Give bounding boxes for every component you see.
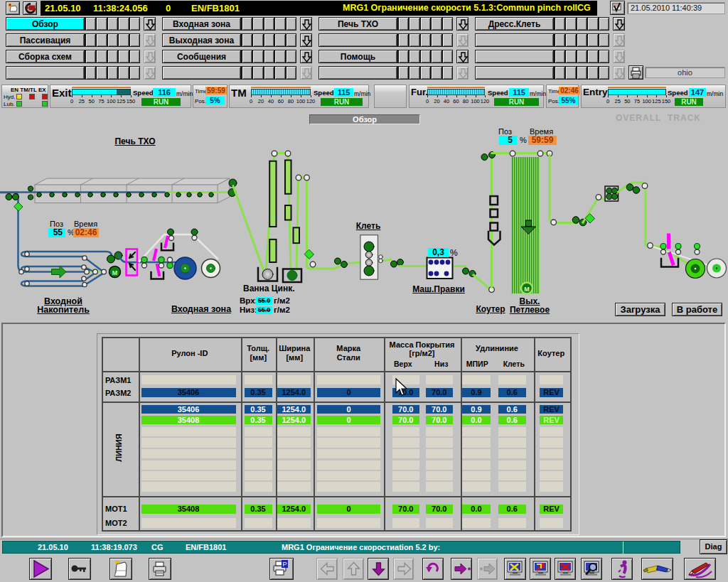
svg-text:M: M [524,286,530,293]
svg-text:P: P [282,561,287,568]
svg-text:M: M [112,269,118,276]
